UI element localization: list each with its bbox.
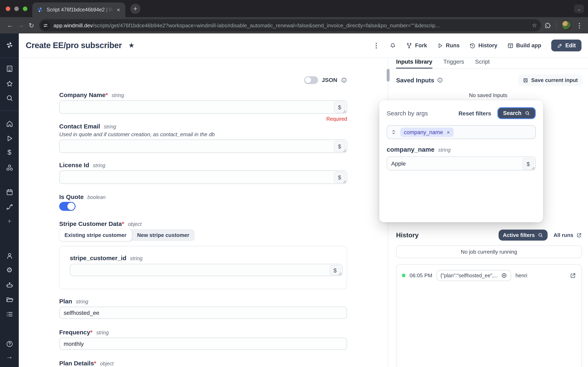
- site-settings-icon[interactable]: [41, 21, 50, 30]
- field-label-company-name: Company Name: [59, 91, 105, 98]
- sidebar-item-folders[interactable]: [6, 295, 13, 303]
- field-type: object: [100, 361, 114, 367]
- panel-resize-handle[interactable]: [387, 69, 389, 82]
- info-icon[interactable]: [341, 77, 347, 83]
- url-text[interactable]: app.windmill.dev/scripts/get/476f1bdce46…: [53, 22, 528, 28]
- runs-button[interactable]: Runs: [437, 42, 459, 49]
- arg-chip-company-name[interactable]: company_name ×: [400, 127, 453, 137]
- browser-tab[interactable]: Script 476f1bdce46b94e2 | W ×: [32, 2, 125, 17]
- sidebar-item-help[interactable]: [6, 340, 13, 348]
- info-icon[interactable]: [437, 77, 443, 83]
- stripe-customer-id-input[interactable]: $: [70, 264, 343, 276]
- notifications-bell-icon[interactable]: [390, 42, 396, 49]
- tab-search-chevron-icon[interactable]: ⌄: [574, 4, 584, 13]
- sidebar-item-flows[interactable]: [6, 203, 13, 211]
- search-icon: [537, 233, 543, 238]
- zoom-window-button[interactable]: [23, 7, 27, 11]
- company-name-filter-input[interactable]: $: [387, 157, 536, 170]
- windmill-favicon: [37, 7, 43, 13]
- url-path: /scripts/get/476f1bdce46b94e2?workspace=…: [93, 22, 440, 28]
- job-args-pill[interactable]: {"plan":"selfhosted_ee",...: [436, 270, 511, 281]
- tab-close-icon[interactable]: ×: [115, 6, 122, 13]
- panel-tabs: Inputs library Triggers Script: [388, 58, 588, 69]
- sidebar-item-home[interactable]: [6, 119, 13, 128]
- company-name-input-field[interactable]: [64, 104, 330, 110]
- extensions-icon[interactable]: [544, 22, 551, 29]
- frequency-input-field[interactable]: [64, 341, 343, 347]
- bookmark-star-icon[interactable]: ☆: [532, 22, 537, 29]
- back-icon[interactable]: ←: [5, 22, 16, 29]
- resize-handle-icon[interactable]: [343, 110, 346, 113]
- edit-button[interactable]: Edit: [551, 40, 581, 51]
- stripe-customer-id-input-field[interactable]: [74, 267, 326, 273]
- tab-new-stripe-customer[interactable]: New stripe customer: [132, 229, 195, 241]
- sidebar-item-runs[interactable]: [6, 134, 13, 142]
- macos-traffic-lights[interactable]: [6, 7, 27, 11]
- sidebar-item-favorites[interactable]: [6, 80, 13, 88]
- tab-triggers[interactable]: Triggers: [443, 58, 464, 68]
- is-quote-toggle[interactable]: [59, 202, 76, 211]
- fork-button[interactable]: Fork: [406, 42, 427, 49]
- resize-handle-icon[interactable]: [531, 166, 535, 170]
- sidebar-item-workers[interactable]: [6, 281, 13, 289]
- favorite-star-icon[interactable]: ★: [129, 41, 135, 50]
- frequency-input[interactable]: [59, 338, 347, 350]
- job-time: 06:05 PM: [410, 272, 432, 278]
- tab-existing-stripe-customer[interactable]: Existing stripe customer: [59, 229, 132, 241]
- sidebar-expand-icon[interactable]: →: [6, 353, 13, 361]
- reload-icon[interactable]: ↻: [26, 21, 37, 29]
- play-icon: [437, 42, 443, 49]
- resize-handle-icon[interactable]: [343, 180, 346, 184]
- sidebar-item-audit-logs[interactable]: [6, 310, 13, 318]
- sidebar-item-search[interactable]: [6, 94, 13, 102]
- address-bar[interactable]: app.windmill.dev/scripts/get/476f1bdce46…: [39, 19, 541, 31]
- field-type: string: [76, 299, 88, 305]
- forward-icon[interactable]: →: [16, 22, 26, 29]
- plan-input[interactable]: [59, 307, 347, 319]
- search-button[interactable]: Search: [497, 107, 536, 119]
- tab-script[interactable]: Script: [475, 58, 490, 68]
- contact-email-input-field[interactable]: [64, 143, 330, 150]
- history-button[interactable]: History: [469, 42, 497, 49]
- job-list: 06:05 PM {"plan":"selfhosted_ee",... hen…: [396, 264, 582, 367]
- resize-handle-icon[interactable]: [343, 149, 346, 152]
- browser-menu-icon[interactable]: ⋮: [576, 21, 583, 29]
- license-id-input-field[interactable]: [64, 174, 330, 180]
- active-filters-button[interactable]: Active filters: [498, 230, 547, 241]
- sidebar-item-settings[interactable]: ⚙: [6, 266, 13, 275]
- toolbar-right-cluster: ⋮: [544, 20, 583, 30]
- open-job-icon[interactable]: [570, 272, 576, 279]
- sidebar-item-schedules[interactable]: [6, 188, 13, 196]
- field-type: string: [104, 124, 116, 130]
- profile-avatar[interactable]: [562, 20, 571, 30]
- sidebar-item-workspace[interactable]: [6, 64, 13, 73]
- sidebar-item-resources[interactable]: [6, 164, 13, 172]
- page-title: Create EE/pro subscriber: [26, 41, 122, 50]
- view-args-icon: [501, 272, 507, 278]
- windmill-logo[interactable]: [6, 40, 13, 49]
- job-row[interactable]: 06:05 PM {"plan":"selfhosted_ee",... hen…: [402, 270, 576, 281]
- build-app-button[interactable]: Build app: [507, 42, 541, 49]
- json-toggle[interactable]: [304, 76, 318, 84]
- company-name-input[interactable]: $: [59, 100, 347, 114]
- remove-chip-icon[interactable]: ×: [447, 129, 450, 135]
- reset-filters-button[interactable]: Reset filters: [458, 110, 491, 117]
- script-run-form: JSON Company Name* string $ Required Con…: [19, 58, 388, 367]
- sidebar-item-billing[interactable]: $: [8, 149, 11, 157]
- field-type: string: [93, 163, 105, 168]
- tab-inputs-library[interactable]: Inputs library: [396, 58, 432, 68]
- arg-filter-select[interactable]: company_name ×: [387, 125, 536, 139]
- contact-email-input[interactable]: $: [59, 140, 347, 153]
- company-name-filter-input-field[interactable]: [391, 160, 519, 167]
- sidebar-item-add[interactable]: +: [7, 217, 11, 225]
- license-id-input[interactable]: $: [59, 170, 347, 184]
- plan-input-field[interactable]: [64, 309, 343, 316]
- sidebar-item-users[interactable]: [6, 252, 13, 260]
- minimize-window-button[interactable]: [14, 7, 19, 11]
- new-tab-button[interactable]: +: [130, 4, 140, 14]
- more-options-icon[interactable]: ⋮: [373, 42, 380, 49]
- save-current-input-button[interactable]: Save current input: [518, 74, 582, 86]
- all-runs-link[interactable]: All runs: [553, 232, 582, 238]
- close-window-button[interactable]: [6, 7, 10, 11]
- resize-handle-icon[interactable]: [338, 272, 342, 276]
